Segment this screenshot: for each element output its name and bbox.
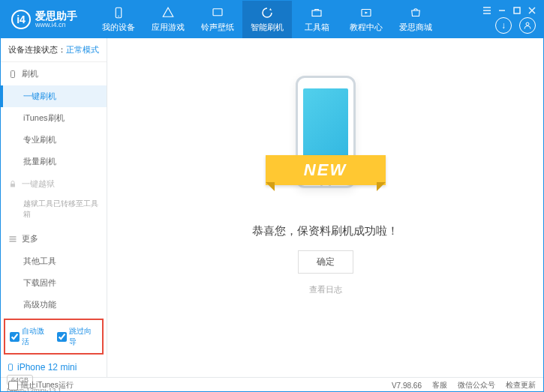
jailbreak-note: 越狱工具已转移至工具箱 [1,196,107,227]
support-link[interactable]: 客服 [432,380,447,391]
phone-icon [112,6,125,19]
svg-rect-3 [312,10,321,16]
tutorial-icon [359,6,373,19]
svg-rect-5 [514,7,520,13]
svg-rect-7 [11,70,15,77]
sidebar-more[interactable]: 更多 [1,227,107,250]
sidebar-batch-flash[interactable]: 批量刷机 [1,151,107,172]
wallpaper-icon [211,6,224,19]
logo-icon: i4 [11,10,31,29]
app-logo: i4 爱思助手 www.i4.cn [1,10,88,29]
menu-icon[interactable] [482,5,492,16]
skip-guide-checkbox[interactable]: 跳过向导 [57,326,98,347]
svg-point-1 [118,16,119,17]
nav-tutorials[interactable]: 教程中心 [341,1,391,38]
app-header: i4 爱思助手 www.i4.cn 我的设备 应用游戏 铃声壁纸 智能刷机 工具… [1,1,543,38]
sidebar-download-firmware[interactable]: 下载固件 [1,272,107,294]
connection-status: 设备连接状态：正常模式 [1,38,107,62]
sidebar-itunes-flash[interactable]: iTunes刷机 [1,107,107,129]
sidebar-other-tools[interactable]: 其他工具 [1,250,107,272]
new-ribbon: NEW [266,155,386,185]
wechat-link[interactable]: 微信公众号 [458,380,495,391]
close-icon[interactable] [527,5,537,16]
top-nav: 我的设备 应用游戏 铃声壁纸 智能刷机 工具箱 教程中心 爱思商城 [94,1,440,38]
view-log-link[interactable]: 查看日志 [309,284,342,295]
sidebar-one-click-flash[interactable]: 一键刷机 [1,85,107,107]
refresh-icon [260,6,274,19]
nav-store[interactable]: 爱思商城 [391,1,440,38]
svg-point-6 [526,22,529,25]
nav-toolbox[interactable]: 工具箱 [292,1,341,38]
user-icon[interactable] [519,17,536,34]
auto-activate-checkbox[interactable]: 自动激活 [10,326,51,347]
app-subtitle: www.i4.cn [35,21,77,28]
nav-my-device[interactable]: 我的设备 [94,1,143,38]
sidebar: 设备连接状态：正常模式 刷机 一键刷机 iTunes刷机 专业刷机 批量刷机 一… [1,38,107,377]
apps-icon [161,6,175,19]
success-message: 恭喜您，保资料刷机成功啦！ [252,224,398,238]
nav-smart-flash[interactable]: 智能刷机 [242,1,292,38]
success-graphic: NEW [273,76,378,203]
version-label: V7.98.66 [392,382,422,390]
svg-rect-9 [9,364,13,370]
header-icons: ↓ [495,17,536,34]
window-controls [482,5,537,16]
app-title: 爱思助手 [35,10,77,21]
svg-rect-2 [213,9,222,16]
download-icon[interactable]: ↓ [495,17,512,34]
minimize-icon[interactable] [497,5,507,16]
svg-rect-8 [11,184,15,187]
sidebar-pro-flash[interactable]: 专业刷机 [1,129,107,151]
main-content: NEW 恭喜您，保资料刷机成功啦！ 确定 查看日志 [107,38,543,377]
block-itunes-checkbox[interactable]: 阻止iTunes运行 [8,380,74,391]
maximize-icon[interactable] [512,5,522,16]
device-name: iPhone 12 mini [7,362,101,373]
sidebar-advanced[interactable]: 高级功能 [1,294,107,316]
toolbox-icon [310,6,323,19]
ok-button[interactable]: 确定 [298,250,353,274]
sidebar-flash[interactable]: 刷机 [1,62,107,85]
sidebar-jailbreak: 一键越狱 [1,172,107,196]
options-box: 自动激活 跳过向导 [4,319,104,355]
check-update-link[interactable]: 检查更新 [506,380,536,391]
nav-ringtones[interactable]: 铃声壁纸 [193,1,242,38]
store-icon [409,6,422,19]
nav-apps[interactable]: 应用游戏 [143,1,193,38]
